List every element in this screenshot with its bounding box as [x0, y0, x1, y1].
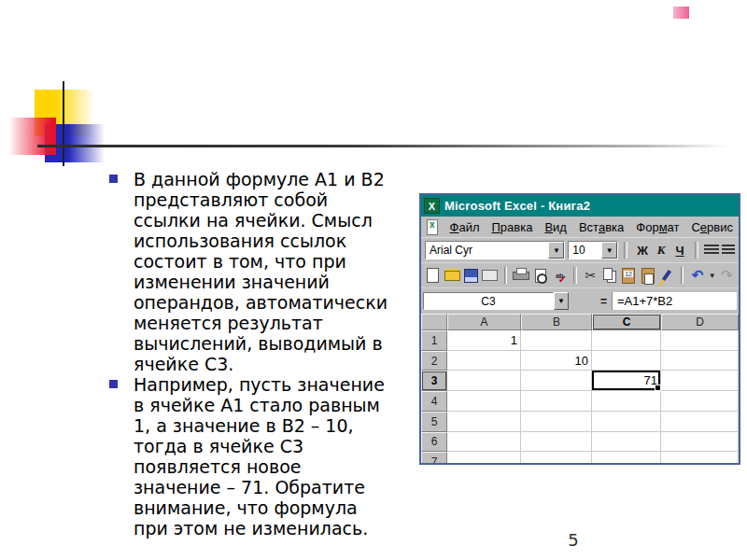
menu-item-сервис[interactable]: Сервис — [691, 220, 733, 234]
cell-d6[interactable] — [661, 432, 739, 453]
chevron-down-icon[interactable]: ▼ — [601, 242, 617, 259]
toolbar-separator — [624, 242, 627, 259]
column-header-b[interactable]: B — [521, 314, 592, 330]
decor-horizontal-line — [37, 145, 728, 147]
clip12-icon[interactable] — [620, 266, 636, 286]
row-header-1[interactable]: 1 — [421, 330, 447, 351]
cell-a6[interactable] — [447, 432, 521, 453]
italic-button[interactable]: К — [652, 241, 670, 259]
cell-b2[interactable]: 10 — [521, 351, 592, 371]
row-header-6[interactable]: 6 — [421, 432, 447, 453]
open-icon[interactable] — [444, 266, 459, 286]
copy-icon[interactable] — [601, 266, 617, 286]
cell-d5[interactable] — [661, 412, 739, 432]
bullet-square-icon — [109, 175, 118, 183]
preview-icon[interactable] — [532, 266, 548, 286]
sheet-row: 4 — [421, 391, 739, 412]
name-box[interactable]: C3 — [423, 292, 554, 310]
cell-a5[interactable] — [447, 412, 521, 432]
cell-c6[interactable] — [592, 432, 661, 453]
cell-d2[interactable] — [661, 351, 739, 371]
sheet-row: 5 — [421, 412, 739, 432]
row-header-3[interactable]: 3 — [421, 371, 447, 391]
row-header-7[interactable]: 7 — [421, 452, 447, 465]
format-buttons: ЖКЧ — [633, 241, 689, 259]
brush-icon[interactable] — [658, 266, 674, 286]
cell-a3[interactable] — [447, 371, 521, 391]
save-icon[interactable] — [463, 266, 479, 286]
row-header-5[interactable]: 5 — [421, 412, 447, 432]
menu-item-файл[interactable]: Файл — [450, 220, 480, 234]
cell-b5[interactable] — [521, 412, 592, 432]
chevron-down-icon[interactable]: ▼ — [554, 292, 569, 310]
formula-bar: C3 ▼ = =A1+7*B2 — [421, 288, 739, 314]
undo-icon[interactable] — [689, 266, 705, 286]
cut-icon[interactable] — [583, 266, 599, 286]
cell-a4[interactable] — [447, 391, 521, 412]
menu-item-правка[interactable]: Правка — [492, 220, 533, 234]
font-name-combo[interactable]: Arial Cyr ▼ — [425, 241, 565, 259]
cell-c5[interactable] — [592, 412, 661, 432]
select-all-corner[interactable] — [421, 314, 447, 330]
bullet-text: Например, пусть значение в ячейке А1 ста… — [134, 374, 385, 539]
menu-item-формат[interactable]: Формат — [636, 220, 679, 234]
font-size-value: 10 — [572, 244, 585, 257]
sheet-row: 6 — [421, 432, 739, 453]
font-size-combo[interactable]: 10 ▼ — [568, 241, 618, 259]
cell-b6[interactable] — [521, 432, 592, 453]
cell-d1[interactable] — [661, 330, 739, 351]
new-icon[interactable] — [425, 266, 441, 286]
equals-button[interactable]: = — [596, 294, 612, 308]
cell-b7[interactable] — [521, 452, 592, 465]
cell-c3[interactable]: 71 — [592, 371, 661, 391]
slide: В данной формуле А1 и В2 представляют со… — [0, 0, 747, 560]
cell-b1[interactable] — [521, 330, 592, 351]
menu-item-вид[interactable]: Вид — [544, 220, 567, 234]
sheet-row: 371 — [421, 371, 739, 391]
bullet-item: Например, пусть значение в ячейке А1 ста… — [106, 374, 429, 539]
sheet-row: 210 — [421, 351, 739, 371]
formula-input[interactable]: =A1+7*B2 — [612, 292, 737, 310]
formula-bar-gap: = — [569, 294, 612, 308]
spell-icon[interactable] — [552, 266, 568, 286]
cell-d3[interactable] — [661, 371, 739, 391]
formatting-toolbar: Arial Cyr ▼ 10 ▼ ЖКЧ — [421, 238, 739, 263]
row-header-4[interactable]: 4 — [421, 391, 447, 412]
cell-c1[interactable] — [592, 330, 661, 351]
menu-item-вставка[interactable]: Вставка — [579, 220, 624, 234]
column-header-a[interactable]: A — [447, 314, 521, 330]
underline-button[interactable]: Ч — [670, 241, 689, 259]
align-center-icon[interactable] — [722, 245, 735, 256]
cell-c7[interactable] — [592, 452, 661, 465]
decor-red-square — [11, 118, 56, 155]
toolbar-separator — [695, 242, 698, 259]
row-header-2[interactable]: 2 — [421, 351, 447, 371]
cell-c2[interactable] — [592, 351, 661, 371]
cell-a7[interactable] — [447, 452, 521, 465]
sheet-row: 7 — [421, 452, 739, 465]
redo-icon[interactable] — [719, 266, 735, 286]
cell-b4[interactable] — [521, 391, 592, 412]
cell-d4[interactable] — [661, 391, 739, 412]
cell-a1[interactable]: 1 — [447, 330, 521, 351]
bold-button[interactable]: Ж — [633, 241, 652, 259]
cell-c4[interactable] — [592, 391, 661, 412]
sheet-row: 11 — [421, 330, 739, 351]
bullet-item: В данной формуле А1 и В2 представляют со… — [106, 169, 429, 374]
print-icon[interactable] — [513, 266, 529, 286]
paste-icon[interactable] — [640, 266, 655, 286]
column-header-c[interactable]: C — [592, 314, 661, 330]
align-left-icon[interactable] — [704, 245, 719, 256]
chevron-down-icon[interactable]: ▼ — [548, 242, 564, 259]
standard-toolbar: ▼ — [421, 263, 739, 288]
column-header-d[interactable]: D — [661, 314, 739, 330]
window-titlebar[interactable]: X Microsoft Excel - Книга2 — [421, 195, 739, 217]
mail-icon[interactable] — [482, 266, 498, 286]
cell-d7[interactable] — [661, 452, 739, 465]
cell-b3[interactable] — [521, 371, 592, 391]
chevron-down-icon[interactable]: ▼ — [709, 272, 716, 280]
worksheet-icon[interactable] — [427, 219, 438, 235]
excel-window: X Microsoft Excel - Книга2 ФайлПравкаВид… — [419, 193, 740, 465]
cell-a2[interactable] — [447, 351, 521, 371]
bullet-square-icon — [109, 380, 118, 388]
